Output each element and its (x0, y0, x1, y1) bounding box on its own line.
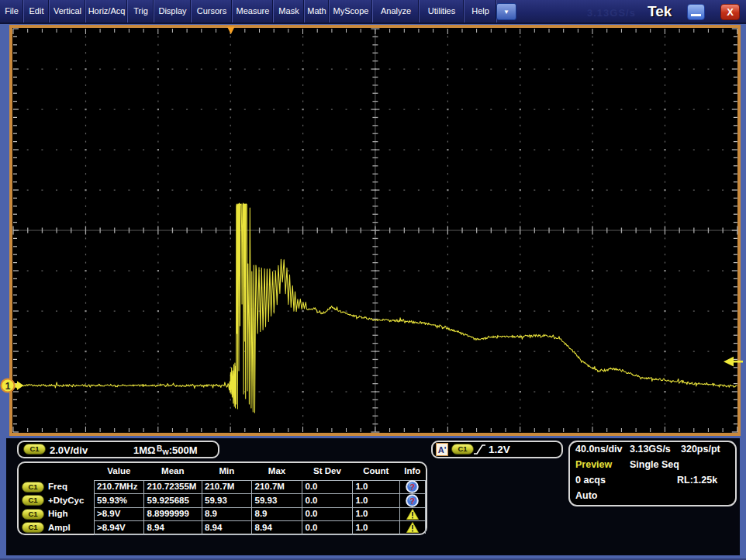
svg-text:?: ? (409, 482, 415, 492)
svg-text:?: ? (409, 496, 415, 505)
svg-text:1: 1 (5, 381, 11, 392)
